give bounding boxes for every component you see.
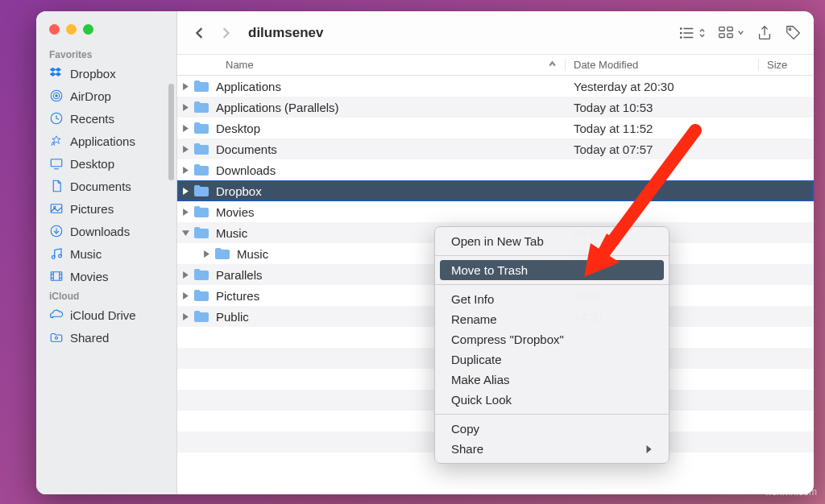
disclosure-icon[interactable]	[177, 229, 193, 237]
disclosure-icon[interactable]	[177, 209, 193, 216]
desktop-icon	[49, 156, 64, 171]
close-button[interactable]	[49, 24, 60, 35]
disclosure-icon[interactable]	[177, 167, 193, 174]
menu-item[interactable]: Make Alias	[435, 370, 669, 390]
table-row[interactable]: Downloads	[177, 159, 814, 180]
folder-icon	[193, 100, 211, 114]
table-row[interactable]: Dropbox	[177, 180, 814, 201]
sidebar-item-label: Recents	[70, 112, 114, 126]
tags-button[interactable]	[785, 24, 802, 42]
menu-item[interactable]: Duplicate	[435, 349, 669, 370]
header-size[interactable]: Size	[759, 59, 814, 71]
folder-icon	[214, 246, 232, 261]
menu-item[interactable]: Get Info	[435, 289, 669, 309]
disclosure-icon[interactable]	[198, 250, 214, 258]
sort-indicator-icon	[548, 59, 557, 71]
sidebar-item-recents[interactable]: Recents	[36, 107, 176, 130]
menu-item-label: Copy	[451, 422, 479, 436]
column-header[interactable]: Name Date Modified Size	[177, 55, 814, 76]
sidebar-item-label: Desktop	[70, 157, 114, 171]
disclosure-icon[interactable]	[177, 104, 193, 111]
header-name-label: Name	[226, 59, 254, 71]
folder-icon	[193, 79, 211, 93]
pictures-icon	[49, 201, 64, 216]
sidebar-item-shared[interactable]: Shared	[36, 326, 176, 349]
movies-icon	[49, 269, 64, 283]
disclosure-icon[interactable]	[177, 188, 193, 195]
header-name[interactable]: Name	[177, 59, 566, 71]
sidebar-item-label: iCloud Drive	[70, 308, 136, 322]
recents-icon	[49, 111, 64, 126]
back-button[interactable]	[189, 22, 211, 44]
table-row[interactable]: DocumentsToday at 07:57	[177, 138, 814, 159]
shared-icon	[49, 330, 64, 345]
sidebar-item-icloud[interactable]: iCloud Drive	[36, 304, 176, 326]
minimize-button[interactable]	[66, 24, 77, 35]
svg-point-24	[680, 27, 681, 28]
music-icon	[49, 246, 64, 261]
finder-window: FavoritesDropboxAirDropRecentsAApplicati…	[36, 11, 814, 494]
menu-item-label: Compress "Dropbox"	[451, 333, 564, 346]
disclosure-icon[interactable]	[177, 146, 193, 153]
sidebar-item-apps[interactable]: AApplications	[36, 130, 176, 152]
airdrop-icon	[49, 89, 64, 103]
sidebar-item-label: Dropbox	[70, 67, 116, 81]
sidebar-item-documents[interactable]: Documents	[36, 175, 176, 197]
file-name: Movies	[216, 205, 566, 219]
menu-item-label: Quick Look	[451, 393, 512, 407]
disclosure-icon[interactable]	[177, 83, 193, 90]
file-name: Applications	[216, 80, 566, 93]
apps-icon: A	[49, 134, 64, 148]
svg-rect-28	[728, 27, 732, 31]
share-button[interactable]	[756, 24, 773, 42]
file-date: Today at 11:52	[566, 122, 759, 135]
disclosure-icon[interactable]	[177, 271, 193, 279]
menu-item-label: Make Alias	[451, 373, 510, 386]
folder-icon	[193, 163, 211, 177]
menu-item[interactable]: Move to Trash	[440, 260, 664, 280]
folder-icon	[193, 288, 211, 303]
documents-icon	[49, 179, 64, 193]
sidebar-item-pictures[interactable]: Pictures	[36, 197, 176, 220]
disclosure-icon[interactable]	[177, 313, 193, 320]
svg-point-20	[56, 337, 58, 339]
sidebar-item-movies[interactable]: Movies	[36, 265, 176, 287]
table-row[interactable]: DesktopToday at 11:52	[177, 118, 814, 138]
file-name: Downloads	[216, 163, 566, 177]
menu-item[interactable]: Open in New Tab	[435, 231, 669, 251]
window-controls	[36, 21, 176, 46]
menu-item[interactable]: Share	[435, 439, 669, 459]
svg-rect-5	[51, 159, 62, 167]
menu-item[interactable]: Compress "Dropbox"	[435, 329, 669, 349]
context-menu[interactable]: Open in New TabMove to TrashGet InfoRena…	[434, 226, 670, 464]
menu-item[interactable]: Copy	[435, 419, 669, 439]
disclosure-icon[interactable]	[177, 292, 193, 300]
forward-button[interactable]	[214, 22, 237, 44]
sidebar-item-dropbox[interactable]: Dropbox	[36, 62, 176, 85]
scrollbar[interactable]	[168, 84, 174, 180]
table-row[interactable]: Applications (Parallels)Today at 10:53	[177, 97, 814, 118]
menu-item[interactable]: Rename	[435, 309, 669, 329]
header-date[interactable]: Date Modified	[566, 59, 759, 71]
sidebar-item-desktop[interactable]: Desktop	[36, 152, 176, 175]
file-date: Today at 07:57	[566, 143, 759, 156]
downloads-icon	[49, 224, 64, 238]
file-name: Desktop	[216, 122, 566, 135]
table-row[interactable]: ApplicationsYesterday at 20:30	[177, 76, 814, 97]
folder-icon	[193, 121, 211, 135]
menu-item[interactable]: Quick Look	[435, 390, 669, 410]
menu-separator	[435, 255, 669, 256]
sidebar-item-airdrop[interactable]: AirDrop	[36, 85, 176, 107]
maximize-button[interactable]	[83, 24, 93, 35]
sidebar-item-downloads[interactable]: Downloads	[36, 220, 176, 242]
disclosure-icon[interactable]	[177, 125, 193, 132]
svg-rect-29	[719, 33, 724, 37]
table-row[interactable]: Movies	[177, 201, 814, 222]
svg-point-31	[789, 28, 790, 30]
menu-item-label: Rename	[451, 312, 497, 326]
svg-rect-30	[728, 33, 732, 37]
folder-icon	[193, 267, 211, 282]
list-view-button[interactable]	[678, 24, 706, 42]
group-button[interactable]	[717, 24, 744, 42]
sidebar-item-music[interactable]: Music	[36, 242, 176, 265]
